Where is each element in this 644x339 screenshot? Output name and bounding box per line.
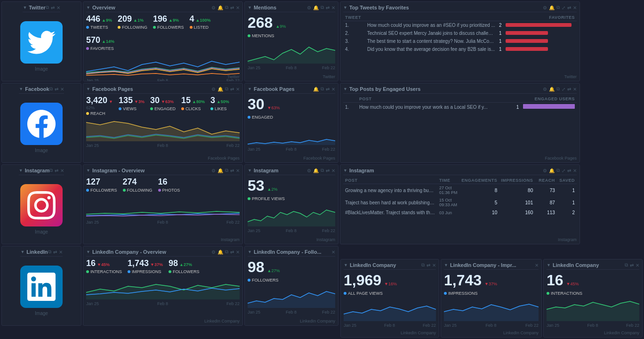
copy-icon[interactable]: ⧉ [321, 86, 324, 92]
copy-icon[interactable]: ⧉ [556, 168, 560, 173]
linkedin-company-controls[interactable]: ⧉ ⇄ ✕ [421, 262, 436, 268]
bell-icon[interactable]: 🔔 [549, 5, 555, 10]
refresh-icon[interactable]: ⇄ [55, 168, 58, 173]
facebook-pages-controls-2[interactable]: 🔔 ⧉ ⇄ ✕ [313, 86, 335, 92]
linkedin-company2-controls[interactable]: ⧉ ⇄ ✕ [625, 262, 639, 268]
expand-icon[interactable]: ⤢ [562, 5, 565, 10]
refresh-icon[interactable]: ⇄ [567, 168, 571, 173]
bell-icon[interactable]: 🔔 [313, 168, 319, 173]
bell-icon[interactable]: 🔔 [217, 5, 223, 10]
fb-pages-2-label: ENGAGED [248, 115, 335, 120]
overview-controls[interactable]: ⚙ 🔔 ⧉ ⇄ ✕ [211, 5, 240, 10]
refresh-icon[interactable]: ⇄ [567, 5, 571, 10]
metric-views: 135 ▼3% VIEWS [119, 96, 145, 116]
bell-icon[interactable]: 🔔 [313, 5, 319, 10]
copy-icon[interactable]: ⧉ [421, 262, 425, 268]
close-icon[interactable]: ✕ [573, 168, 577, 173]
li-company2-label: INTERACTIONS [547, 291, 639, 296]
metric-following: 209 ▲1% FOLLOWING [118, 14, 147, 30]
linkedin-overview-widget: ▼ LinkedIn Company - Overview ⚙ 🔔 ⧉ ⇄ ✕ … [83, 246, 243, 326]
gear-icon[interactable]: ⚙ [543, 87, 547, 92]
copy-icon[interactable]: ⧉ [48, 249, 51, 255]
close-icon[interactable]: ✕ [60, 168, 64, 173]
close-icon[interactable]: ✕ [56, 5, 60, 10]
refresh-icon[interactable]: ⇄ [326, 5, 330, 10]
bell-icon[interactable]: 🔔 [549, 168, 555, 173]
copy-icon[interactable]: ⧉ [225, 86, 228, 92]
top-posts-controls[interactable]: ⚙ 🔔 ⧉ ⤢ ⇄ ✕ [543, 86, 577, 92]
copy-icon[interactable]: ⧉ [225, 168, 228, 173]
instagram-widget-title: ▼ Instagram [248, 168, 279, 173]
refresh-icon[interactable]: ⇄ [326, 87, 330, 92]
gear-icon[interactable]: ⚙ [211, 168, 216, 173]
close-icon[interactable]: ✕ [236, 250, 240, 255]
copy-icon[interactable]: ⧉ [49, 86, 53, 92]
refresh-icon[interactable]: ⇄ [230, 87, 234, 92]
instagram-controls[interactable]: ⧉ ⇄ ✕ [49, 168, 64, 173]
close-icon[interactable]: ✕ [331, 168, 335, 173]
refresh-icon[interactable]: ⇄ [567, 87, 571, 92]
bell-icon[interactable]: 🔔 [217, 250, 223, 255]
close-icon[interactable]: ✕ [573, 87, 577, 92]
close-icon[interactable]: ✕ [59, 250, 63, 255]
gear-icon[interactable]: ⚙ [543, 168, 547, 173]
facebook-pages-controls-1[interactable]: ⚙ 🔔 ⧉ ⇄ ✕ [211, 86, 240, 92]
copy-icon[interactable]: ⧉ [225, 5, 228, 10]
facebook-controls[interactable]: ⧉ ⇄ ✕ [49, 86, 64, 92]
linkedin-controls[interactable]: ⧉ ⇄ ✕ [48, 249, 63, 255]
copy-icon[interactable]: ⧉ [49, 168, 53, 173]
close-icon[interactable]: ✕ [432, 263, 436, 268]
close-icon[interactable]: ✕ [236, 5, 240, 10]
close-icon[interactable]: ✕ [636, 263, 639, 268]
gear-icon[interactable]: ⚙ [543, 5, 547, 10]
close-icon[interactable]: ✕ [236, 87, 240, 92]
copy-icon[interactable]: ⧉ [225, 249, 228, 255]
linkedin-followers-controls[interactable]: ✕ [331, 250, 335, 255]
bell-icon[interactable]: 🔔 [217, 168, 223, 173]
refresh-icon[interactable]: ⇄ [230, 250, 234, 255]
gear-icon[interactable]: ⚙ [211, 5, 216, 10]
close-icon[interactable]: ✕ [573, 5, 577, 10]
refresh-icon[interactable]: ⇄ [55, 87, 58, 92]
copy-icon[interactable]: ⧉ [556, 86, 560, 92]
copy-icon[interactable]: ⧉ [321, 5, 324, 10]
gear-icon[interactable]: ⚙ [211, 87, 216, 92]
refresh-icon[interactable]: ⇄ [630, 263, 634, 268]
close-icon[interactable]: ✕ [236, 168, 240, 173]
refresh-icon[interactable]: ⇄ [53, 250, 57, 255]
gear-icon[interactable]: ⚙ [307, 5, 311, 10]
bell-icon[interactable]: 🔔 [549, 87, 555, 92]
linkedin-overview-controls[interactable]: ⚙ 🔔 ⧉ ⇄ ✕ [211, 249, 240, 255]
close-icon[interactable]: ✕ [60, 87, 64, 92]
close-icon[interactable]: ✕ [331, 250, 335, 255]
copy-icon[interactable]: ⧉ [625, 262, 628, 268]
top-tweets-controls[interactable]: ⚙ 🔔 ⧉ ⤢ ⇄ ✕ [543, 5, 577, 10]
copy-icon[interactable]: ⧉ [46, 5, 49, 10]
instagram-table-controls[interactable]: ⚙ 🔔 ⧉ ⤢ ⇄ ✕ [543, 168, 577, 173]
refresh-icon[interactable]: ⇄ [230, 5, 234, 10]
mentions-controls[interactable]: ⚙ 🔔 ⧉ ⇄ ✕ [307, 5, 335, 10]
refresh-icon[interactable]: ⇄ [51, 5, 55, 10]
close-icon[interactable]: ✕ [535, 263, 539, 268]
metric-impressions-li: 1,743 ▼37% IMPRESSIONS [128, 258, 163, 274]
twitter-controls[interactable]: ⧉ ⇄ ✕ [46, 5, 60, 10]
copy-icon[interactable]: ⧉ [556, 5, 560, 10]
linkedin-impressions-controls[interactable]: ✕ [535, 263, 539, 268]
refresh-icon[interactable]: ⇄ [427, 263, 430, 268]
linkedin-company2-chart-footer: Jan 25 Feb 8 Feb 22 [547, 323, 639, 328]
close-icon[interactable]: ✕ [331, 87, 335, 92]
refresh-icon[interactable]: ⇄ [326, 168, 330, 173]
instagram-widget-controls[interactable]: ⚙ 🔔 ⧉ ⇄ ✕ [307, 168, 335, 173]
gear-icon[interactable]: ⚙ [307, 168, 311, 173]
linkedin-followers-widget: ▼ LinkedIn Company - Follo... ✕ 98 ▲27% … [244, 246, 338, 326]
copy-icon[interactable]: ⧉ [321, 168, 324, 173]
refresh-icon[interactable]: ⇄ [230, 168, 234, 173]
bell-icon[interactable]: 🔔 [217, 87, 223, 92]
expand-icon[interactable]: ⤢ [562, 168, 565, 173]
close-icon[interactable]: ✕ [331, 5, 335, 10]
expand-icon[interactable]: ⤢ [562, 87, 565, 92]
bell-icon[interactable]: 🔔 [313, 87, 319, 92]
gear-icon[interactable]: ⚙ [211, 250, 216, 255]
linkedin-overview-title: ▼ LinkedIn Company - Overview [86, 249, 166, 255]
instagram-overview-controls[interactable]: ⚙ 🔔 ⧉ ⇄ ✕ [211, 168, 240, 173]
